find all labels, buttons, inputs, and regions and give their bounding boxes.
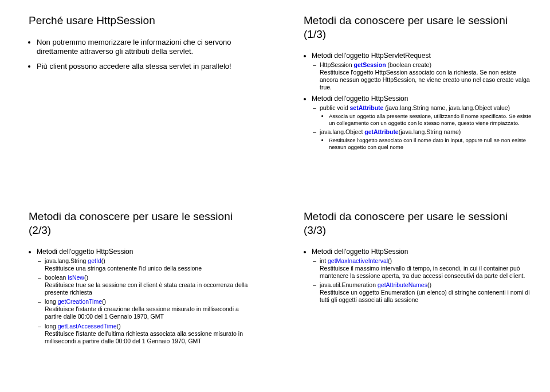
slide-2-title: Metodi da conoscere per usare le session… — [304, 14, 532, 41]
method-desc: Restituisce una stringa contenente l'id … — [45, 265, 202, 272]
text: () — [84, 274, 88, 281]
slide-3-bullet-1-text: Metodi dell'oggetto HttpSession — [37, 248, 133, 256]
text: long — [45, 323, 58, 330]
text: () — [101, 257, 105, 264]
slide-2-bullet-1: Metodi dell'oggetto HttpServletRequest H… — [312, 52, 532, 92]
slide-2-bullet-1-text: Metodi dell'oggetto HttpServletRequest — [312, 52, 431, 60]
text: () — [117, 323, 121, 330]
method-desc: Restituisce il massimo intervallo di tem… — [320, 265, 525, 279]
slide-4: Metodi da conoscere per usare le session… — [275, 196, 550, 392]
slide-2-list: Metodi dell'oggetto HttpServletRequest H… — [304, 52, 532, 151]
method-link: getCreationTime — [58, 298, 102, 305]
text: boolean — [45, 274, 68, 281]
text: (java.lang.String name, java.lang.Object… — [383, 104, 510, 111]
slide-3-bullet-1: Metodi dell'oggetto HttpSession java.lan… — [37, 248, 257, 345]
slide-1-bullet-2: Più client possono accedere alla stessa … — [37, 62, 257, 71]
text: () — [427, 281, 431, 288]
method-link: getSession — [354, 61, 386, 68]
slide-3-method-getlastaccessedtime: long getLastAccessedTime() Restituisce l… — [45, 323, 257, 345]
slide-2-method-getattribute: java.lang.Object getAttribute(java.lang.… — [320, 128, 532, 151]
slide-2-method-getsession: HttpSession getSession (boolean create) … — [320, 61, 532, 92]
slide-grid: Perché usare HttpSession Non potremmo me… — [0, 0, 550, 392]
slide-1-bullet-1: Non potremmo memorizzare le informazioni… — [37, 38, 257, 57]
slide-2-bullet-2: Metodi dell'oggetto HttpSession public v… — [312, 95, 532, 151]
text: int — [320, 257, 328, 264]
method-desc: Restituisce l'oggetto associato con il n… — [329, 137, 532, 151]
text: (java.lang.String name) — [399, 128, 461, 135]
slide-3: Metodi da conoscere per usare le session… — [0, 196, 275, 392]
text: () — [102, 298, 106, 305]
slide-1: Perché usare HttpSession Non potremmo me… — [0, 0, 275, 196]
method-link: getAttributeNames — [378, 281, 427, 288]
text: long — [45, 298, 58, 305]
method-link: getId — [88, 257, 101, 264]
slide-3-method-getcreationtime: long getCreationTime() Restituisce l'ist… — [45, 298, 257, 320]
method-link: setAttribute — [350, 104, 384, 111]
text: HttpSession — [320, 61, 354, 68]
method-desc: Restituisce true se la sessione con il c… — [45, 281, 247, 296]
method-desc: Associa un oggetto alla presente session… — [329, 113, 532, 127]
slide-2: Metodi da conoscere per usare le session… — [275, 0, 550, 196]
slide-3-title: Metodi da conoscere per usare le session… — [29, 210, 257, 237]
method-desc: Restituisce l'oggetto HttpSession associ… — [320, 69, 530, 91]
slide-2-method-setattribute: public void setAttribute (java.lang.Stri… — [320, 104, 532, 127]
slide-3-list: Metodi dell'oggetto HttpSession java.lan… — [29, 248, 257, 345]
text: java.lang.Object — [320, 128, 364, 135]
slide-4-title: Metodi da conoscere per usare le session… — [304, 210, 532, 237]
slide-3-method-isnew: boolean isNew() Restituisce true se la s… — [45, 274, 257, 296]
text: java.lang.String — [45, 257, 88, 264]
text: public void — [320, 104, 350, 111]
slide-4-method-getmaxinactive: int getMaxInactiveInterval() Restituisce… — [320, 257, 532, 280]
text: java.util.Enumeration — [320, 281, 378, 288]
slide-4-method-getattributenames: java.util.Enumeration getAttributeNames(… — [320, 281, 532, 304]
method-link: getMaxInactiveInterval — [328, 257, 388, 264]
text: () — [388, 257, 392, 264]
method-desc: Restituisce un oggetto Enumeration (un e… — [320, 289, 530, 303]
method-link: getLastAccessedTime — [58, 323, 117, 330]
slide-4-bullet-1-text: Metodi dell'oggetto HttpSession — [312, 248, 408, 256]
slide-4-list: Metodi dell'oggetto HttpSession int getM… — [304, 248, 532, 304]
method-link: getAttribute — [364, 128, 399, 135]
slide-4-bullet-1: Metodi dell'oggetto HttpSession int getM… — [312, 248, 532, 304]
method-link: isNew — [68, 274, 84, 281]
slide-1-title: Perché usare HttpSession — [29, 14, 257, 28]
slide-2-bullet-2-text: Metodi dell'oggetto HttpSession — [312, 95, 408, 103]
slide-1-list: Non potremmo memorizzare le informazioni… — [29, 38, 257, 72]
text: (boolean create) — [386, 61, 431, 68]
method-desc: Restituisce l'istante di creazione della… — [45, 305, 239, 320]
method-desc: Restituisce l'istante dell'ultima richie… — [45, 330, 243, 344]
slide-3-method-getid: java.lang.String getId() Restituisce una… — [45, 257, 257, 272]
